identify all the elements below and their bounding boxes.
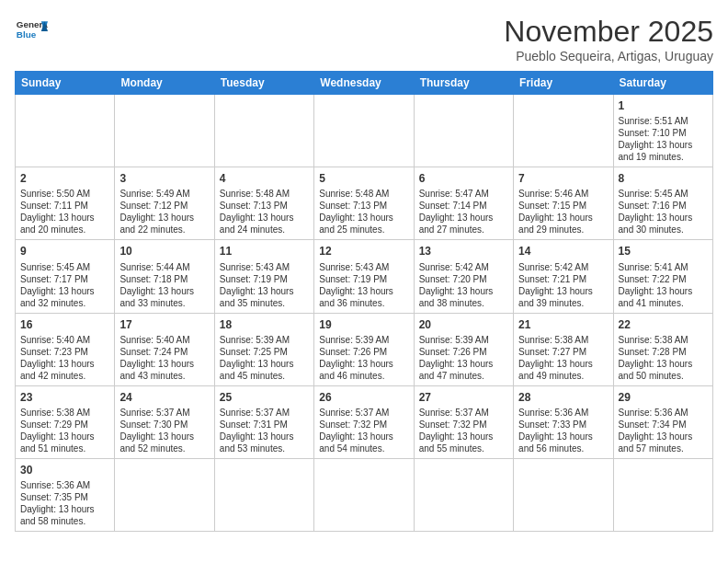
day-info: Sunrise: 5:51 AM Sunset: 7:10 PM Dayligh… — [619, 115, 708, 163]
calendar-day-cell: 4Sunrise: 5:48 AM Sunset: 7:13 PM Daylig… — [214, 167, 313, 240]
day-info: Sunrise: 5:49 AM Sunset: 7:12 PM Dayligh… — [119, 188, 209, 236]
calendar-table: SundayMondayTuesdayWednesdayThursdayFrid… — [15, 71, 713, 532]
day-info: Sunrise: 5:36 AM Sunset: 7:34 PM Dayligh… — [619, 407, 708, 454]
day-number: 30 — [20, 463, 109, 477]
day-info: Sunrise: 5:50 AM Sunset: 7:11 PM Dayligh… — [20, 188, 109, 236]
day-info: Sunrise: 5:38 AM Sunset: 7:29 PM Dayligh… — [20, 407, 109, 454]
calendar-day-cell: 7Sunrise: 5:46 AM Sunset: 7:15 PM Daylig… — [514, 167, 613, 240]
calendar-day-cell: 24Sunrise: 5:37 AM Sunset: 7:30 PM Dayli… — [115, 385, 214, 458]
calendar-day-cell: 19Sunrise: 5:39 AM Sunset: 7:26 PM Dayli… — [314, 313, 414, 385]
day-number: 19 — [319, 317, 408, 332]
calendar-day-cell: 26Sunrise: 5:37 AM Sunset: 7:32 PM Dayli… — [314, 385, 414, 458]
day-of-week-tuesday: Tuesday — [214, 72, 313, 95]
logo-icon: General Blue — [15, 15, 48, 48]
day-of-week-monday: Monday — [115, 72, 214, 95]
calendar-day-cell: 3Sunrise: 5:49 AM Sunset: 7:12 PM Daylig… — [115, 167, 214, 240]
calendar-day-cell: 30Sunrise: 5:36 AM Sunset: 7:35 PM Dayli… — [16, 458, 115, 531]
calendar-week-row: 23Sunrise: 5:38 AM Sunset: 7:29 PM Dayli… — [16, 385, 713, 458]
calendar-day-cell — [514, 95, 613, 167]
calendar-day-cell: 16Sunrise: 5:40 AM Sunset: 7:23 PM Dayli… — [16, 313, 115, 385]
day-of-week-friday: Friday — [514, 72, 613, 95]
day-number: 1 — [619, 98, 708, 113]
day-number: 8 — [619, 171, 708, 186]
day-number: 3 — [119, 171, 209, 186]
day-info: Sunrise: 5:43 AM Sunset: 7:19 PM Dayligh… — [319, 261, 408, 309]
day-of-week-saturday: Saturday — [613, 72, 712, 95]
calendar-day-cell — [414, 458, 513, 531]
calendar-day-cell: 10Sunrise: 5:44 AM Sunset: 7:18 PM Dayli… — [115, 240, 214, 313]
calendar-day-cell: 17Sunrise: 5:40 AM Sunset: 7:24 PM Dayli… — [115, 313, 214, 385]
day-number: 16 — [20, 317, 109, 332]
day-info: Sunrise: 5:42 AM Sunset: 7:20 PM Dayligh… — [419, 261, 508, 309]
day-of-week-wednesday: Wednesday — [314, 72, 414, 95]
calendar-day-cell: 2Sunrise: 5:50 AM Sunset: 7:11 PM Daylig… — [16, 167, 115, 240]
calendar-day-cell: 12Sunrise: 5:43 AM Sunset: 7:19 PM Dayli… — [314, 240, 414, 313]
day-number: 2 — [20, 171, 109, 186]
day-number: 23 — [20, 390, 109, 405]
calendar-day-cell — [414, 95, 513, 167]
calendar-week-row: 9Sunrise: 5:45 AM Sunset: 7:17 PM Daylig… — [16, 240, 713, 313]
day-info: Sunrise: 5:40 AM Sunset: 7:23 PM Dayligh… — [20, 334, 109, 382]
day-info: Sunrise: 5:48 AM Sunset: 7:13 PM Dayligh… — [319, 188, 408, 236]
day-info: Sunrise: 5:43 AM Sunset: 7:19 PM Dayligh… — [220, 261, 309, 309]
calendar-day-cell: 1Sunrise: 5:51 AM Sunset: 7:10 PM Daylig… — [613, 95, 712, 167]
calendar-day-cell: 8Sunrise: 5:45 AM Sunset: 7:16 PM Daylig… — [613, 167, 712, 240]
calendar-day-cell: 22Sunrise: 5:38 AM Sunset: 7:28 PM Dayli… — [613, 313, 712, 385]
day-info: Sunrise: 5:42 AM Sunset: 7:21 PM Dayligh… — [518, 261, 608, 309]
calendar-week-row: 1Sunrise: 5:51 AM Sunset: 7:10 PM Daylig… — [16, 95, 713, 167]
day-info: Sunrise: 5:37 AM Sunset: 7:32 PM Dayligh… — [319, 407, 408, 454]
location-subtitle: Pueblo Sequeira, Artigas, Uruguay — [504, 49, 713, 63]
day-number: 11 — [220, 244, 309, 259]
day-number: 29 — [619, 390, 708, 405]
day-info: Sunrise: 5:45 AM Sunset: 7:17 PM Dayligh… — [20, 261, 109, 309]
day-number: 15 — [619, 244, 708, 259]
calendar-day-cell: 27Sunrise: 5:37 AM Sunset: 7:32 PM Dayli… — [414, 385, 513, 458]
logo: General Blue — [15, 15, 48, 48]
month-title: November 2025 — [504, 15, 713, 49]
calendar-day-cell — [514, 458, 613, 531]
calendar-day-cell: 11Sunrise: 5:43 AM Sunset: 7:19 PM Dayli… — [214, 240, 313, 313]
day-number: 22 — [619, 317, 708, 332]
day-number: 13 — [419, 244, 508, 259]
day-number: 14 — [518, 244, 608, 259]
calendar-week-row: 16Sunrise: 5:40 AM Sunset: 7:23 PM Dayli… — [16, 313, 713, 385]
day-number: 6 — [419, 171, 508, 186]
day-number: 25 — [220, 390, 309, 405]
day-number: 9 — [20, 244, 109, 259]
calendar-day-cell: 6Sunrise: 5:47 AM Sunset: 7:14 PM Daylig… — [414, 167, 513, 240]
calendar-header-row: SundayMondayTuesdayWednesdayThursdayFrid… — [16, 72, 713, 95]
day-number: 27 — [419, 390, 508, 405]
day-info: Sunrise: 5:37 AM Sunset: 7:30 PM Dayligh… — [119, 407, 209, 454]
day-info: Sunrise: 5:46 AM Sunset: 7:15 PM Dayligh… — [518, 188, 608, 236]
day-info: Sunrise: 5:36 AM Sunset: 7:33 PM Dayligh… — [518, 407, 608, 454]
day-number: 26 — [319, 390, 408, 405]
calendar-day-cell: 15Sunrise: 5:41 AM Sunset: 7:22 PM Dayli… — [613, 240, 712, 313]
day-number: 28 — [518, 390, 608, 405]
day-number: 17 — [119, 317, 209, 332]
day-number: 5 — [319, 171, 408, 186]
day-info: Sunrise: 5:39 AM Sunset: 7:26 PM Dayligh… — [319, 334, 408, 382]
day-of-week-sunday: Sunday — [16, 72, 115, 95]
calendar-day-cell — [214, 95, 313, 167]
day-info: Sunrise: 5:37 AM Sunset: 7:31 PM Dayligh… — [220, 407, 309, 454]
day-number: 10 — [119, 244, 209, 259]
calendar-day-cell — [314, 458, 414, 531]
day-info: Sunrise: 5:40 AM Sunset: 7:24 PM Dayligh… — [119, 334, 209, 382]
day-number: 20 — [419, 317, 508, 332]
calendar-day-cell: 18Sunrise: 5:39 AM Sunset: 7:25 PM Dayli… — [214, 313, 313, 385]
calendar-day-cell: 9Sunrise: 5:45 AM Sunset: 7:17 PM Daylig… — [16, 240, 115, 313]
calendar-week-row: 30Sunrise: 5:36 AM Sunset: 7:35 PM Dayli… — [16, 458, 713, 531]
day-of-week-thursday: Thursday — [414, 72, 513, 95]
title-block: November 2025 Pueblo Sequeira, Artigas, … — [504, 15, 713, 63]
day-info: Sunrise: 5:41 AM Sunset: 7:22 PM Dayligh… — [619, 261, 708, 309]
calendar-day-cell: 21Sunrise: 5:38 AM Sunset: 7:27 PM Dayli… — [514, 313, 613, 385]
day-info: Sunrise: 5:45 AM Sunset: 7:16 PM Dayligh… — [619, 188, 708, 236]
calendar-day-cell: 25Sunrise: 5:37 AM Sunset: 7:31 PM Dayli… — [214, 385, 313, 458]
calendar-week-row: 2Sunrise: 5:50 AM Sunset: 7:11 PM Daylig… — [16, 167, 713, 240]
calendar-day-cell: 20Sunrise: 5:39 AM Sunset: 7:26 PM Dayli… — [414, 313, 513, 385]
calendar-day-cell — [115, 95, 214, 167]
calendar-day-cell — [314, 95, 414, 167]
calendar-day-cell: 29Sunrise: 5:36 AM Sunset: 7:34 PM Dayli… — [613, 385, 712, 458]
calendar-day-cell — [613, 458, 712, 531]
day-info: Sunrise: 5:36 AM Sunset: 7:35 PM Dayligh… — [20, 479, 109, 527]
